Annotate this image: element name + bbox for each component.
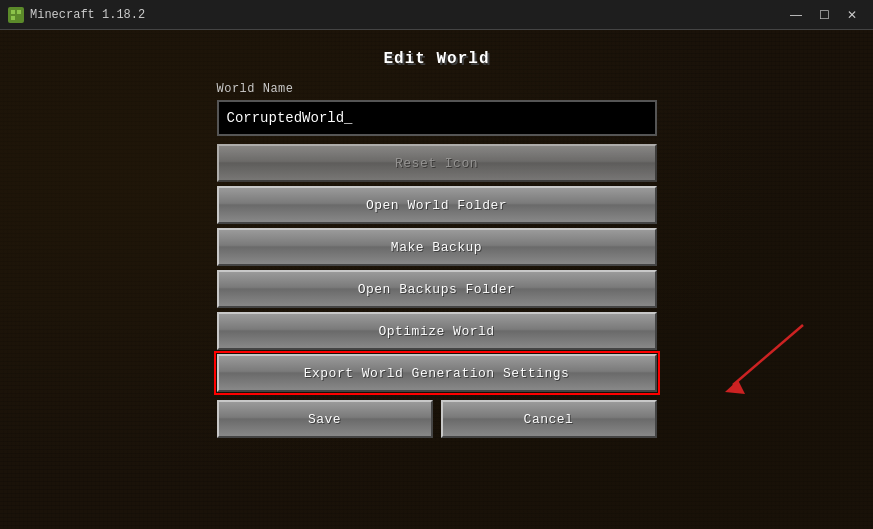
dialog-title: Edit World (383, 50, 489, 68)
svg-rect-1 (11, 10, 15, 14)
svg-rect-2 (17, 10, 21, 14)
svg-line-5 (733, 325, 803, 385)
save-button[interactable]: Save (217, 400, 433, 438)
arrow-svg (703, 320, 813, 400)
app-icon (8, 7, 24, 23)
window-title: Minecraft 1.18.2 (30, 8, 783, 22)
reset-icon-button[interactable]: Reset Icon (217, 144, 657, 182)
world-name-input[interactable] (217, 100, 657, 136)
cancel-button[interactable]: Cancel (441, 400, 657, 438)
title-bar: Minecraft 1.18.2 — ☐ ✕ (0, 0, 873, 30)
export-world-gen-button[interactable]: Export World Generation Settings (217, 354, 657, 392)
svg-marker-6 (725, 380, 745, 394)
make-backup-button[interactable]: Make Backup (217, 228, 657, 266)
world-name-group: World Name (217, 82, 657, 136)
window-controls: — ☐ ✕ (783, 4, 865, 26)
bottom-buttons-row: Save Cancel (217, 400, 657, 442)
arrow-annotation (703, 320, 813, 405)
main-content: Edit World World Name Reset Icon Open Wo… (0, 30, 873, 529)
minimize-button[interactable]: — (783, 4, 809, 26)
optimize-world-button[interactable]: Optimize World (217, 312, 657, 350)
svg-rect-3 (11, 16, 15, 20)
svg-rect-4 (17, 16, 21, 20)
dialog: Edit World World Name Reset Icon Open Wo… (217, 50, 657, 442)
open-world-folder-button[interactable]: Open World Folder (217, 186, 657, 224)
maximize-button[interactable]: ☐ (811, 4, 837, 26)
world-name-label: World Name (217, 82, 657, 96)
open-backups-folder-button[interactable]: Open Backups Folder (217, 270, 657, 308)
close-button[interactable]: ✕ (839, 4, 865, 26)
